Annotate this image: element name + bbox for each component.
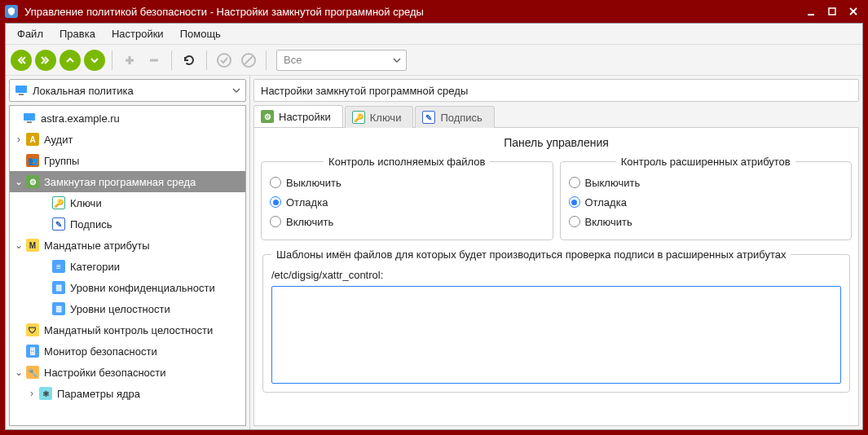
tree-label: Уровни конфиденциальности xyxy=(70,282,215,294)
exec-control-group: Контроль исполняемых файлов Выключить От… xyxy=(261,156,553,240)
expander-icon[interactable]: ⌄ xyxy=(13,239,24,251)
tree-kernel-params[interactable]: › ⚛ Параметры ядра xyxy=(10,383,245,404)
radio-label: Отладка xyxy=(286,196,328,209)
groups-icon: 👥 xyxy=(26,154,39,167)
tree-mand-attrs[interactable]: ⌄ M Мандатные атрибуты xyxy=(10,235,245,256)
mandatory-icon: M xyxy=(26,239,39,252)
nav-down-button[interactable] xyxy=(84,50,105,71)
xattr-radio-debug[interactable]: Отладка xyxy=(569,192,844,212)
right-pane: Настройки замкнутой программной среды ⚙ … xyxy=(250,76,862,429)
deny-button[interactable] xyxy=(238,50,259,71)
tree-view[interactable]: astra.example.ru › A Аудит 👥 Групп xyxy=(9,105,246,426)
maximize-button[interactable] xyxy=(822,3,842,20)
expander-icon[interactable]: ⌄ xyxy=(13,176,24,187)
settings-tab-icon: ⚙ xyxy=(261,110,274,123)
window: Управление политикой безопасности - Наст… xyxy=(0,0,868,435)
titlebar: Управление политикой безопасности - Наст… xyxy=(0,0,868,23)
tab-settings[interactable]: ⚙ Настройки xyxy=(253,105,343,127)
panel-title: Панель управления xyxy=(261,133,852,156)
templates-editor[interactable] xyxy=(271,286,841,384)
tab-sign[interactable]: ✎ Подпись xyxy=(415,106,494,128)
radio-icon xyxy=(569,196,580,208)
filter-combo[interactable]: Все xyxy=(276,50,407,71)
radio-label: Включить xyxy=(585,216,632,228)
add-button[interactable] xyxy=(119,50,140,71)
menu-file[interactable]: Файл xyxy=(9,24,51,44)
menu-settings[interactable]: Настройки xyxy=(104,24,172,44)
tree-closed-env-keys[interactable]: 🔑 Ключи xyxy=(10,192,245,213)
tree-mand-conf[interactable]: ≣ Уровни конфиденциальности xyxy=(10,277,245,298)
radio-label: Отладка xyxy=(585,196,627,209)
toolbar-separator xyxy=(171,51,172,70)
tree-label: Мандатные атрибуты xyxy=(44,239,150,252)
svg-rect-1 xyxy=(829,8,835,15)
signature-icon: ✎ xyxy=(52,218,65,231)
breadcrumb: Настройки замкнутой программной среды xyxy=(253,79,859,102)
xattr-control-legend: Контроль расширенных атрибутов xyxy=(616,156,795,168)
exec-radio-on[interactable]: Включить xyxy=(270,212,544,231)
svg-rect-13 xyxy=(27,121,32,123)
chevron-down-icon xyxy=(393,56,401,64)
content: Локальная политика astra.example.ru › xyxy=(6,75,862,429)
tab-keys[interactable]: 🔑 Ключи xyxy=(345,106,414,128)
control-fieldsets: Контроль исполняемых файлов Выключить От… xyxy=(261,156,852,240)
chevron-down-icon xyxy=(232,86,240,94)
accept-button[interactable] xyxy=(214,50,235,71)
tree-audit[interactable]: › A Аудит xyxy=(10,129,245,150)
radio-icon xyxy=(270,177,281,188)
nav-up-button[interactable] xyxy=(59,50,81,71)
xattr-radio-off[interactable]: Выключить xyxy=(569,173,844,192)
expander-icon[interactable]: › xyxy=(13,134,24,145)
toolbar-separator xyxy=(112,51,112,70)
refresh-button[interactable] xyxy=(178,50,200,71)
radio-icon xyxy=(270,196,281,208)
tree-closed-env-sign[interactable]: ✎ Подпись xyxy=(10,213,245,235)
tree-sec-settings[interactable]: ⌄ 🔧 Настройки безопасности xyxy=(10,362,245,383)
tree-closed-env[interactable]: ⌄ ⚙ Замкнутая программная среда xyxy=(10,171,245,192)
minimize-button[interactable] xyxy=(801,3,821,20)
exec-radio-off[interactable]: Выключить xyxy=(270,173,544,192)
tree-mic[interactable]: 🛡 Мандатный контроль целостности xyxy=(10,319,245,341)
level-icon: ≣ xyxy=(52,302,65,315)
keys-icon: 🔑 xyxy=(52,196,65,209)
tree-mand-integ[interactable]: ≣ Уровни целостности xyxy=(10,298,245,319)
tree-host[interactable]: astra.example.ru xyxy=(10,108,245,129)
tree-label: Монитор безопасности xyxy=(44,345,157,358)
svg-point-7 xyxy=(218,54,231,67)
svg-line-9 xyxy=(245,56,253,64)
tab-panel-settings: Панель управления Контроль исполняемых ф… xyxy=(253,128,859,426)
tree-label: Параметры ядра xyxy=(57,388,140,400)
expander-icon[interactable]: ⌄ xyxy=(13,367,24,378)
nav-last-button[interactable] xyxy=(35,50,56,71)
menu-help[interactable]: Помощь xyxy=(172,24,229,44)
menu-edit[interactable]: Правка xyxy=(51,24,104,44)
tab-label: Ключи xyxy=(370,112,402,124)
tree-sec-monitor[interactable]: 🎛 Монитор безопасности xyxy=(10,341,245,362)
svg-rect-11 xyxy=(19,94,24,95)
svg-rect-12 xyxy=(24,113,35,121)
menubar: Файл Правка Настройки Помощь xyxy=(6,24,862,44)
expander-icon[interactable]: › xyxy=(26,388,37,399)
monitor-icon xyxy=(23,112,36,125)
tree-groups[interactable]: 👥 Группы xyxy=(10,150,245,171)
app-shield-icon xyxy=(5,5,18,18)
svg-rect-10 xyxy=(15,86,27,93)
tree-label: Мандатный контроль целостности xyxy=(44,324,213,336)
toolbar-separator xyxy=(206,51,207,70)
toolbar-separator xyxy=(266,51,267,70)
window-title: Управление политикой безопасности - Наст… xyxy=(24,6,800,18)
exec-control-legend: Контроль исполняемых файлов xyxy=(324,156,490,168)
remove-button[interactable] xyxy=(143,50,165,71)
nav-first-button[interactable] xyxy=(11,50,32,71)
xattr-radio-on[interactable]: Включить xyxy=(569,212,844,231)
audit-icon: A xyxy=(26,133,39,146)
close-button[interactable] xyxy=(844,3,863,20)
tree-label: astra.example.ru xyxy=(41,112,120,125)
policy-combo[interactable]: Локальная политика xyxy=(9,79,246,102)
filter-combo-value: Все xyxy=(284,54,302,66)
exec-radio-debug[interactable]: Отладка xyxy=(270,192,544,212)
tree-mand-cat[interactable]: ≡ Категории xyxy=(10,256,245,277)
left-pane: Локальная политика astra.example.ru › xyxy=(6,76,250,429)
radio-icon xyxy=(270,216,281,227)
xattr-control-group: Контроль расширенных атрибутов Выключить… xyxy=(560,156,853,240)
